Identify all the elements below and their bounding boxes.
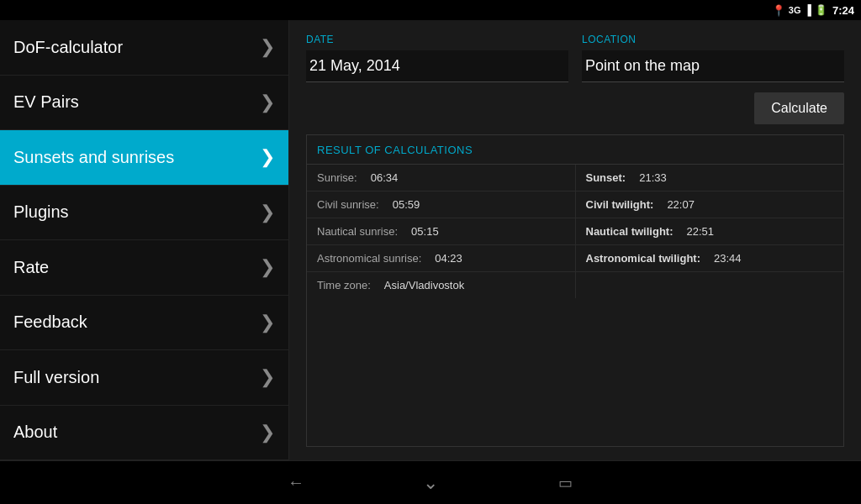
result-row: Sunrise: 06:34 Sunset: 21:33 [307,165,843,192]
sidebar-item-label: EV Pairs [13,92,79,112]
location-field-group: LOCATION [582,34,844,82]
sidebar-item-label: Plugins [13,202,69,222]
sidebar-item-about[interactable]: About ❯ [0,406,288,461]
sidebar-item-label: Rate [13,258,49,277]
status-icons: 📍 3G ▐ 🔋 7:24 [772,4,854,17]
sidebar-item-dof-calculator[interactable]: DoF-calculator ❯ [0,20,288,76]
calculate-button[interactable]: Calculate [754,92,844,124]
location-icon: 📍 [772,4,785,17]
sidebar-item-label: About [13,423,57,442]
bottom-nav: ← ⌄ ▭ [0,460,861,504]
date-location-row: DATE LOCATION [306,34,844,82]
recents-button[interactable]: ▭ [548,466,582,500]
result-label-right: Civil twilight: [586,198,654,211]
result-value-right: 21:33 [639,171,667,184]
recents-icon: ▭ [558,474,573,492]
result-label-left: Time zone: [317,279,371,291]
result-label-left: Civil sunrise: [317,198,379,211]
sidebar-item-sunsets-and-sunrises[interactable]: Sunsets and sunrises ❯ [0,130,288,186]
result-label-left: Astronomical sunrise: [317,252,421,265]
location-input[interactable] [582,50,844,82]
sidebar-item-label: Sunsets and sunrises [13,148,174,167]
result-value-right: 22:07 [667,198,695,211]
results-table: Sunrise: 06:34 Sunset: 21:33 Civil sunri… [307,165,843,298]
sidebar-item-rate[interactable]: Rate ❯ [0,240,288,296]
chevron-right-icon: ❯ [260,366,275,388]
signal-icon: ▐ [804,4,811,16]
date-label: DATE [306,34,568,47]
result-cell-right: Civil twilight: 22:07 [576,192,844,218]
sidebar-item-ev-pairs[interactable]: EV Pairs ❯ [0,76,288,131]
back-icon: ← [288,473,304,492]
result-cell-left: Nautical sunrise: 05:15 [307,218,575,244]
result-value-right: 23:44 [714,252,742,265]
result-cell-right: Nautical twilight: 22:51 [576,218,844,244]
sidebar-item-label: Full version [13,368,99,387]
result-label-right: Astronomical twilight: [586,252,701,265]
date-field-group: DATE [306,34,568,82]
results-header-text: RESULT OF CALCULATIONS [317,144,473,156]
result-label-right: Nautical twilight: [586,225,673,238]
result-value-left: Asia/Vladivostok [384,279,464,291]
chevron-right-icon: ❯ [260,422,275,444]
result-cell-left: Sunrise: 06:34 [307,165,575,191]
sidebar-item-label: Feedback [13,312,87,332]
results-header: RESULT OF CALCULATIONS [307,135,843,165]
result-row: Nautical sunrise: 05:15 Nautical twiligh… [307,218,843,245]
result-row: Time zone: Asia/Vladivostok [307,272,843,298]
result-value-left: 05:15 [411,225,439,238]
sidebar-item-label: DoF-calculator [13,38,123,57]
date-input[interactable] [306,50,568,82]
network-3g-icon: 3G [789,5,801,15]
clock: 7:24 [832,4,854,17]
chevron-right-icon: ❯ [260,256,275,278]
result-cell-left: Astronomical sunrise: 04:23 [307,245,575,271]
sidebar-item-feedback[interactable]: Feedback ❯ [0,296,288,351]
result-value-right: 22:51 [687,225,715,238]
result-row: Civil sunrise: 05:59 Civil twilight: 22:… [307,192,843,218]
main-layout: DoF-calculator ❯ EV Pairs ❯ Sunsets and … [0,20,861,460]
calculate-btn-row: Calculate [306,92,844,124]
chevron-right-icon: ❯ [260,92,275,113]
home-icon: ⌄ [423,472,438,494]
result-cell-right: Sunset: 21:33 [576,165,844,191]
location-label: LOCATION [582,34,844,47]
chevron-right-icon: ❯ [260,202,275,223]
result-cell-left: Civil sunrise: 05:59 [307,192,575,218]
home-button[interactable]: ⌄ [414,466,447,500]
chevron-right-icon: ❯ [260,36,275,58]
result-value-left: 06:34 [371,171,399,184]
result-cell-right: Astronomical twilight: 23:44 [576,245,844,271]
results-section: RESULT OF CALCULATIONS Sunrise: 06:34 Su… [306,134,844,447]
chevron-right-icon: ❯ [260,312,275,333]
sidebar-item-plugins[interactable]: Plugins ❯ [0,186,288,241]
result-label-left: Nautical sunrise: [317,225,398,238]
result-label-right: Sunset: [586,171,626,184]
status-bar: 📍 3G ▐ 🔋 7:24 [0,0,861,20]
sidebar: DoF-calculator ❯ EV Pairs ❯ Sunsets and … [0,20,289,460]
result-cell-left: Time zone: Asia/Vladivostok [307,272,575,298]
chevron-right-icon: ❯ [260,146,275,168]
battery-icon: 🔋 [815,4,827,16]
content-area: DATE LOCATION Calculate RESULT OF CALCUL… [289,20,861,460]
result-row: Astronomical sunrise: 04:23 Astronomical… [307,245,843,272]
result-value-left: 05:59 [393,198,420,211]
result-label-left: Sunrise: [317,171,357,184]
back-button[interactable]: ← [279,466,313,500]
result-value-left: 04:23 [435,252,462,265]
sidebar-item-full-version[interactable]: Full version ❯ [0,350,288,406]
result-cell-right [576,272,844,298]
